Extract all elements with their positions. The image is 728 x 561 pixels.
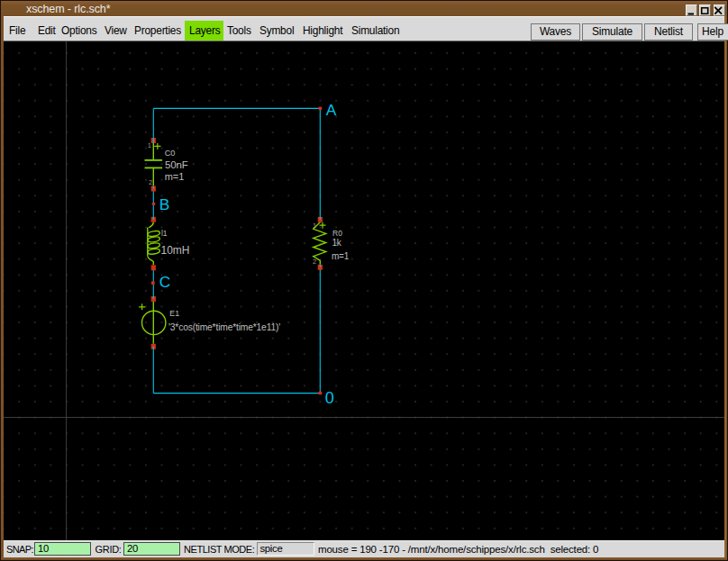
svg-text:1: 1 bbox=[148, 141, 151, 149]
svg-text:50nF: 50nF bbox=[165, 159, 188, 170]
svg-text:'3*cos(time*time*time*1e11)': '3*cos(time*time*time*1e11)' bbox=[168, 322, 280, 332]
svg-text:2: 2 bbox=[149, 178, 152, 186]
svg-text:E1: E1 bbox=[169, 309, 179, 318]
svg-text:0: 0 bbox=[325, 389, 334, 407]
svg-text:l1: l1 bbox=[161, 229, 168, 238]
svg-text:m=1: m=1 bbox=[165, 171, 185, 182]
svg-text:1k: 1k bbox=[332, 238, 341, 248]
svg-text:m=1: m=1 bbox=[332, 251, 350, 261]
svg-text:2: 2 bbox=[313, 258, 316, 266]
svg-text:C0: C0 bbox=[165, 149, 176, 158]
svg-text:R0: R0 bbox=[332, 229, 342, 238]
svg-text:B: B bbox=[159, 195, 170, 213]
svg-text:A: A bbox=[326, 101, 337, 119]
svg-text:1: 1 bbox=[313, 222, 316, 230]
svg-text:C: C bbox=[159, 273, 170, 291]
svg-text:10mH: 10mH bbox=[161, 244, 190, 257]
